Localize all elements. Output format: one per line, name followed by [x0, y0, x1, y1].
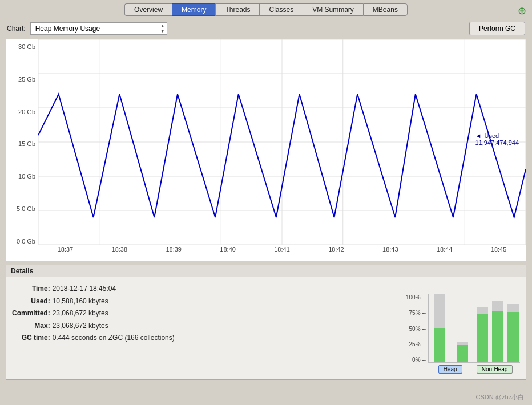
bar-used [492, 311, 503, 362]
y-label-1: 25 Gb [9, 76, 35, 83]
y-label-6: 0.0 Gb [9, 238, 35, 245]
x-label-1: 18:38 [92, 246, 147, 253]
annotation-label: Used [484, 132, 499, 139]
detail-key-1: Used: [12, 295, 53, 308]
bar-nonheap-1 [477, 294, 488, 362]
detail-key-0: Time: [12, 283, 53, 295]
table-row: Used: 10,588,160 kbytes [12, 295, 177, 308]
annotation-arrow-icon: ◄ [475, 132, 482, 139]
y-label-0: 30 Gb [9, 44, 35, 50]
details-title: Details [6, 265, 526, 277]
perform-gc-button[interactable]: Perform GC [469, 22, 525, 35]
chart-toolbar: Chart: Heap Memory Usage Non-Heap Memory… [0, 18, 532, 39]
bar-nonheap-3 [507, 294, 519, 362]
x-label-3: 18:40 [201, 246, 255, 253]
y-label-3: 15 Gb [9, 141, 35, 147]
detail-val-0: 2018-12-17 18:45:04 [53, 283, 177, 295]
bar-chart-area: 100% -- 75% -- 50% -- 25% -- 0% -- [406, 283, 520, 363]
bar-y-3: 25% -- [406, 341, 426, 347]
table-row: Time: 2018-12-17 18:45:04 [12, 283, 177, 295]
x-label-7: 18:44 [417, 246, 471, 253]
connection-icon: ⊕ [518, 5, 526, 17]
details-info: Time: 2018-12-17 18:45:04 Used: 10,588,1… [12, 283, 394, 374]
table-row: GC time: 0.444 seconds on ZGC (166 colle… [12, 332, 177, 345]
bars-y-axis: 100% -- 75% -- 50% -- 25% -- 0% -- [406, 294, 426, 363]
bar-used [434, 328, 445, 362]
watermark: CSDN @zhz小白 [475, 393, 524, 402]
detail-val-2: 23,068,672 kbytes [53, 307, 177, 320]
x-label-4: 18:41 [255, 246, 309, 253]
bar-heap-2 [457, 294, 468, 362]
chart-select[interactable]: Heap Memory Usage Non-Heap Memory Usage … [30, 22, 167, 35]
bar-y-2: 50% -- [406, 326, 426, 332]
y-label-4: 10 Gb [9, 173, 35, 180]
bar-y-1: 75% -- [406, 310, 426, 316]
y-label-5: 5.0 Gb [9, 206, 35, 212]
bar-heap-1 [434, 294, 445, 362]
bar-used [507, 312, 519, 362]
tab-vm-summary[interactable]: VM Summary [303, 3, 363, 16]
detail-val-1: 10,588,160 kbytes [53, 295, 177, 308]
non-heap-bars [475, 294, 521, 362]
heap-bars [429, 294, 474, 362]
bar-label-nonheap: Non-Heap [477, 365, 513, 374]
detail-key-2: Committed: [12, 307, 53, 320]
annotation-value: 11,947,474,944 [475, 139, 519, 146]
tab-overview[interactable]: Overview [124, 3, 172, 16]
chart-select-wrapper: Heap Memory Usage Non-Heap Memory Usage … [30, 22, 167, 35]
chart-svg [38, 39, 526, 245]
x-axis: 18:37 18:38 18:39 18:40 18:41 18:42 18:4… [38, 245, 526, 260]
chart-label: Chart: [7, 25, 26, 33]
x-label-5: 18:42 [309, 246, 363, 253]
memory-chart: 30 Gb 25 Gb 20 Gb 15 Gb 10 Gb 5.0 Gb 0.0… [6, 39, 526, 261]
x-label-8: 18:45 [471, 246, 526, 253]
table-row: Max: 23,068,672 kbytes [12, 320, 177, 333]
detail-val-4: 0.444 seconds on ZGC (166 collections) [53, 332, 177, 345]
bar-used [477, 314, 488, 362]
details-body: Time: 2018-12-17 18:45:04 Used: 10,588,1… [6, 277, 526, 379]
details-section: Details Time: 2018-12-17 18:45:04 Used: … [6, 265, 526, 380]
table-row: Committed: 23,068,672 kbytes [12, 307, 177, 320]
bars-group [428, 294, 520, 363]
detail-key-3: Max: [12, 320, 53, 333]
tab-threads[interactable]: Threads [215, 3, 259, 16]
details-bars: 100% -- 75% -- 50% -- 25% -- 0% -- [406, 283, 520, 374]
x-label-2: 18:39 [147, 246, 201, 253]
y-axis: 30 Gb 25 Gb 20 Gb 15 Gb 10 Gb 5.0 Gb 0.0… [6, 39, 38, 261]
top-nav: Overview Memory Threads Classes VM Summa… [0, 0, 532, 18]
chart-annotation: ◄ Used 11,947,474,944 [475, 132, 519, 146]
bar-y-4: 0% -- [406, 357, 426, 363]
tab-mbeans[interactable]: MBeans [363, 3, 408, 16]
bar-y-0: 100% -- [406, 294, 426, 301]
bar-label-heap: Heap [438, 365, 462, 374]
tab-memory[interactable]: Memory [172, 3, 215, 16]
bar-used [457, 345, 468, 362]
detail-val-3: 23,068,672 kbytes [53, 320, 177, 333]
tab-classes[interactable]: Classes [259, 3, 303, 16]
detail-key-4: GC time: [12, 332, 53, 345]
x-label-0: 18:37 [38, 246, 92, 253]
bar-nonheap-2 [492, 294, 503, 362]
details-table: Time: 2018-12-17 18:45:04 Used: 10,588,1… [12, 283, 177, 345]
chart-inner: 18:37 18:38 18:39 18:40 18:41 18:42 18:4… [38, 39, 526, 261]
bars-x-labels: Heap Non-Heap [431, 365, 520, 374]
x-label-6: 18:43 [363, 246, 417, 253]
y-label-2: 20 Gb [9, 109, 35, 115]
